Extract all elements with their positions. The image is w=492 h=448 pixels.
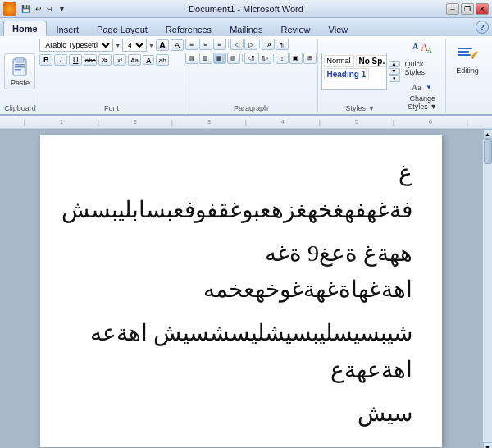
paragraph-controls: ≡ ≡ ≡ ◁ ▷ ↕A ¶ ▤ ▥ ▦ ▤ ◁¶ ¶▷ ↕ ▣ xyxy=(185,39,317,103)
shrink-font-button[interactable]: A xyxy=(171,39,184,51)
editing-label: Editing xyxy=(456,66,479,75)
tab-insert[interactable]: Insert xyxy=(48,22,88,36)
underline-button[interactable]: U xyxy=(69,54,82,66)
styles-row-1: Normal No Sp. xyxy=(324,55,385,67)
grow-font-button[interactable]: A xyxy=(156,39,169,51)
office-icon xyxy=(3,2,16,16)
para-sep-1 xyxy=(228,40,229,48)
multilevel-button[interactable]: ≡ xyxy=(213,39,226,50)
pilcrow-button[interactable]: ¶ xyxy=(276,39,289,50)
scroll-thumb[interactable] xyxy=(484,139,492,164)
redo-button[interactable]: ↪ xyxy=(45,4,55,14)
style-heading1[interactable]: Heading 1 xyxy=(324,68,370,80)
clipboard-label: Clipboard xyxy=(4,104,36,112)
undo-button[interactable]: ↩ xyxy=(34,4,43,14)
change-styles-button[interactable]: Aa ▼ ChangeStyles ▼ xyxy=(406,80,439,112)
bold-button[interactable]: B xyxy=(39,54,52,66)
restore-button[interactable]: ❐ xyxy=(461,3,474,15)
justify-button[interactable]: ▤ xyxy=(227,53,240,64)
align-left-button[interactable]: ▤ xyxy=(185,53,198,64)
strikethrough-button[interactable]: abc xyxy=(84,54,97,66)
scroll-down-button[interactable]: ▼ xyxy=(483,442,493,448)
bullets-button[interactable]: ≡ xyxy=(185,39,198,50)
styles-scroll-arrows: ▲ ▼ ▾ xyxy=(389,61,400,82)
font-face-select[interactable]: Arabic Typesetting xyxy=(39,39,113,52)
editing-content: Editing xyxy=(453,39,482,112)
qat-dropdown-button[interactable]: ▼ xyxy=(57,4,67,14)
document-page[interactable]: غ فةغهفهغخهغزهعبوغقفوفعبسابليبسش ههةغ ةع… xyxy=(40,135,442,447)
tab-references[interactable]: References xyxy=(157,22,220,36)
ribbon-tab-bar: Home Insert Page Layout References Maili… xyxy=(0,18,492,36)
svg-rect-1 xyxy=(16,57,24,62)
title-bar: 💾 ↩ ↪ ▼ Document1 - Microsoft Word – ❐ ✕ xyxy=(0,0,492,18)
ltr-button[interactable]: ◁¶ xyxy=(244,53,257,64)
window-controls: – ❐ ✕ xyxy=(446,3,489,15)
ruler: | 1 | 2 | 3 | 4 | 5 | 6 | xyxy=(0,116,492,129)
svg-rect-2 xyxy=(15,64,25,66)
tab-page-layout[interactable]: Page Layout xyxy=(89,22,156,36)
scroll-up-button[interactable]: ▲ xyxy=(483,129,493,139)
svg-text:A: A xyxy=(412,42,419,51)
styles-label: Styles ▼ xyxy=(346,104,376,112)
numbering-button[interactable]: ≡ xyxy=(199,39,212,50)
svg-rect-3 xyxy=(15,66,25,68)
arabic-line-3: شيبسيسليبسيشليسشسيش اهةعه اهةعهةع xyxy=(70,315,412,389)
help-button[interactable]: ? xyxy=(476,21,489,34)
styles-label-text: Styles xyxy=(346,104,367,112)
sort-button[interactable]: ↕A xyxy=(262,39,275,50)
arabic-line-1: غ فةغهفهغخهغزهعبوغقفوفعبسابليبسش xyxy=(70,155,412,229)
subscript-button[interactable]: x₂ xyxy=(98,54,112,66)
ruler-marks: | 1 | 2 | 3 | 4 | 5 | 6 | xyxy=(7,119,485,125)
tab-review[interactable]: Review xyxy=(272,22,318,36)
document-area-wrapper: غ فةغهفهغخهغزهعبوغقفوفعبسابليبسش ههةغ ةع… xyxy=(0,129,492,448)
superscript-button[interactable]: x² xyxy=(113,54,126,66)
font-size-select[interactable]: 48 xyxy=(122,39,147,52)
arabic-line-2: ههةغ ةعغ9 ةغه اهةغهاةغهةغوخهعخمه xyxy=(70,235,412,309)
close-button[interactable]: ✕ xyxy=(476,3,489,15)
arabic-content: غ فةغهفهغخهغزهعبوغقفوفعبسابليبسش ههةغ ةع… xyxy=(70,155,412,432)
font-controls: Arabic Typesetting ▼ 48 ▼ A A B I U abc … xyxy=(39,39,184,103)
quick-styles-button[interactable]: A A A Quick Styles xyxy=(403,39,442,78)
editing-group: Editing xyxy=(448,39,489,112)
clipboard-group: Paste Clipboard xyxy=(3,39,39,112)
svg-rect-4 xyxy=(15,69,21,71)
quick-access-toolbar: 💾 ↩ ↪ ▼ xyxy=(20,4,67,14)
line-spacing-button[interactable]: ↕ xyxy=(276,53,289,64)
outdent-button[interactable]: ◁ xyxy=(230,39,244,50)
styles-dropdown[interactable]: ▾ xyxy=(389,75,400,82)
save-button[interactable]: 💾 xyxy=(20,4,32,14)
shading-button[interactable]: ▣ xyxy=(289,53,303,64)
borders-button[interactable]: ⊞ xyxy=(303,53,317,64)
highlight-button[interactable]: ab xyxy=(156,54,169,66)
font-size-arrow: ▼ xyxy=(148,43,154,48)
style-no-spacing[interactable]: No Sp. xyxy=(356,55,387,67)
style-normal[interactable]: Normal xyxy=(324,55,354,67)
paste-button[interactable]: Paste xyxy=(4,53,35,89)
tab-view[interactable]: View xyxy=(321,22,357,36)
indent-button[interactable]: ▷ xyxy=(244,39,257,50)
clear-format-button[interactable]: Aa xyxy=(128,54,141,66)
styles-group: Normal No Sp. Heading 1 ▲ ▼ ▾ Styles ▼ xyxy=(320,39,446,112)
paste-label: Paste xyxy=(11,79,30,87)
styles-scroll-down[interactable]: ▼ xyxy=(389,68,400,75)
change-styles-label: ChangeStyles ▼ xyxy=(408,94,437,111)
font-color-button[interactable]: A xyxy=(143,55,154,65)
align-right-button[interactable]: ▦ xyxy=(213,53,226,64)
arabic-line-4: سيش xyxy=(70,395,412,432)
tab-mailings[interactable]: Mailings xyxy=(221,22,271,36)
minimize-button[interactable]: – xyxy=(446,3,459,15)
tab-home[interactable]: Home xyxy=(3,21,47,36)
editing-button[interactable]: Editing xyxy=(453,39,482,76)
paste-icon xyxy=(8,56,31,79)
para-sep-2 xyxy=(259,40,260,48)
document-area: غ فةغهفهغخهغزهعبوغقفوفعبسابليبسش ههةغ ةع… xyxy=(0,129,482,448)
styles-scroll-up[interactable]: ▲ xyxy=(389,61,400,67)
editing-icon xyxy=(454,40,481,66)
styles-row-2: Heading 1 xyxy=(324,68,385,80)
para-sep-3 xyxy=(242,54,243,62)
align-center-button[interactable]: ▥ xyxy=(199,53,212,64)
styles-gallery: Normal No Sp. Heading 1 xyxy=(321,53,387,90)
italic-button[interactable]: I xyxy=(54,54,67,66)
font-name-row: Arabic Typesetting ▼ 48 ▼ A A xyxy=(39,39,184,52)
rtl-button[interactable]: ¶▷ xyxy=(258,53,271,64)
